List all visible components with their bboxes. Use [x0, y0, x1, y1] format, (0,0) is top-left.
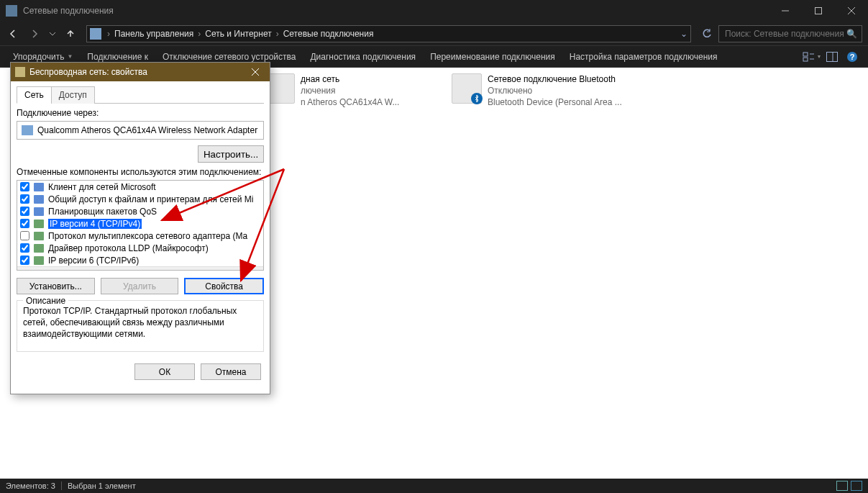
component-icon [34, 220, 44, 228]
component-icon [34, 183, 44, 191]
component-checkbox[interactable] [20, 219, 29, 228]
adapter-name: Qualcomm Atheros QCA61x4A Wireless Netwo… [37, 125, 257, 135]
chevron-down-icon: ▼ [67, 53, 73, 60]
search-icon: 🔍 [846, 29, 857, 39]
adapter-icon [22, 125, 33, 135]
component-icon [34, 232, 44, 240]
component-checkbox[interactable] [20, 255, 29, 265]
connection-name: Сетевое подключение Bluetooth [488, 73, 622, 85]
status-selected-count: Выбран 1 элемент [68, 481, 136, 490]
back-button[interactable] [3, 24, 23, 44]
toolbar-settings[interactable]: Настройка параметров подключения [562, 46, 725, 68]
minimize-button[interactable] [769, 0, 802, 22]
dialog-titlebar[interactable]: Беспроводная сеть: свойства [11, 63, 270, 81]
component-row[interactable]: Клиент для сетей Microsoft [17, 181, 263, 193]
forward-button[interactable] [24, 24, 45, 44]
cancel-button[interactable]: Отмена [201, 363, 261, 380]
breadcrumb-item[interactable]: Сетевые подключения [283, 29, 374, 39]
component-label: Клиент для сетей Microsoft [48, 182, 156, 192]
svg-rect-4 [803, 53, 808, 56]
component-row[interactable]: Общий доступ к файлам и принтерам для се… [17, 193, 263, 205]
component-checkbox[interactable] [20, 231, 29, 240]
network-adapter-icon [452, 73, 482, 104]
component-label: Планировщик пакетов QoS [48, 207, 157, 217]
connection-device: n Atheros QCA61x4A W... [301, 96, 399, 108]
component-checkbox[interactable] [20, 207, 29, 216]
dialog-title: Беспроводная сеть: свойства [29, 67, 245, 77]
component-icon [34, 207, 44, 216]
maximize-button[interactable] [802, 0, 835, 22]
component-checkbox[interactable] [20, 182, 29, 191]
connection-name: дная сеть [301, 73, 399, 85]
view-large-button[interactable] [851, 481, 862, 491]
scroll-left-icon[interactable]: ◄ [17, 267, 29, 271]
status-item-count: Элементов: 3 [6, 481, 55, 490]
location-icon [90, 28, 101, 40]
window-title: Сетевые подключения [23, 6, 769, 16]
connection-item[interactable]: Сетевое подключение Bluetooth Отключено … [452, 73, 624, 109]
svg-text:?: ? [850, 53, 855, 61]
connection-status: лючения [301, 85, 399, 96]
dialog-tabs: Сеть Доступ [17, 86, 264, 104]
install-button[interactable]: Установить... [17, 278, 95, 294]
view-details-button[interactable] [836, 481, 848, 491]
search-box[interactable]: 🔍 [718, 25, 862, 42]
remove-button: Удалить [101, 278, 179, 294]
svg-rect-1 [816, 8, 822, 14]
dialog-close-button[interactable] [245, 64, 265, 80]
statusbar: Элементов: 3 Выбран 1 элемент [0, 479, 868, 493]
refresh-button[interactable] [697, 24, 717, 44]
component-label: Драйвер протокола LLDP (Майкрософт) [48, 243, 209, 253]
component-row[interactable]: Планировщик пакетов QoS [17, 205, 263, 217]
ok-button[interactable]: ОК [134, 363, 195, 380]
help-button[interactable]: ? [842, 47, 862, 67]
svg-rect-5 [803, 58, 808, 61]
component-icon [34, 195, 44, 204]
history-dropdown[interactable] [46, 24, 59, 44]
tab-network[interactable]: Сеть [17, 86, 52, 104]
connection-status: Отключено [488, 85, 622, 96]
component-label: Общий доступ к файлам и принтерам для се… [48, 194, 253, 204]
toolbar-diagnose[interactable]: Диагностика подключения [303, 46, 423, 68]
configure-button[interactable]: Настроить... [198, 145, 264, 163]
view-options-button[interactable]: ▼ [802, 47, 822, 67]
properties-button[interactable]: Свойства [184, 278, 264, 294]
component-label: IP версии 4 (TCP/IPv4) [48, 219, 142, 229]
properties-dialog: Беспроводная сеть: свойства Сеть Доступ … [10, 62, 270, 394]
preview-pane-button[interactable] [822, 47, 842, 67]
component-row[interactable]: Протокол мультиплексора сетевого адаптер… [17, 230, 263, 242]
svg-rect-6 [827, 52, 838, 61]
component-row[interactable]: IP версии 4 (TCP/IPv4) [17, 217, 263, 230]
component-label: IP версии 6 (TCP/IPv6) [48, 255, 139, 266]
components-label: Отмеченные компоненты используются этим … [17, 167, 264, 177]
toolbar-rename[interactable]: Переименование подключения [423, 46, 562, 68]
description-label: Описание [23, 295, 68, 307]
chevron-right-icon: › [107, 29, 110, 39]
component-icon [34, 244, 44, 253]
tab-access[interactable]: Доступ [51, 86, 95, 104]
horizontal-scrollbar[interactable]: ◄ ► [17, 266, 263, 271]
component-checkbox[interactable] [20, 194, 29, 204]
component-label: Протокол мультиплексора сетевого адаптер… [48, 231, 247, 241]
breadcrumb-item[interactable]: Сеть и Интернет [205, 29, 271, 39]
description-box: Описание Протокол TCP/IP. Стандартный пр… [17, 300, 264, 352]
description-text: Протокол TCP/IP. Стандартный протокол гл… [23, 306, 237, 339]
navbar: › Панель управления › Сеть и Интернет › … [0, 22, 868, 46]
component-row[interactable]: IP версии 6 (TCP/IPv6) [17, 254, 263, 266]
chevron-down-icon: ▼ [817, 54, 822, 59]
chevron-right-icon: › [276, 29, 279, 39]
refresh-dropdown[interactable]: ⌄ [680, 29, 687, 39]
component-checkbox[interactable] [20, 243, 29, 253]
close-button[interactable] [835, 0, 868, 22]
connection-item[interactable]: дная сеть лючения n Atheros QCA61x4A W..… [265, 73, 437, 109]
components-list[interactable]: Клиент для сетей MicrosoftОбщий доступ к… [17, 180, 264, 271]
breadcrumb-item[interactable]: Панель управления [114, 29, 193, 39]
component-row[interactable]: Драйвер протокола LLDP (Майкрософт) [17, 242, 263, 254]
chevron-right-icon: › [198, 29, 201, 39]
breadcrumb[interactable]: › Панель управления › Сеть и Интернет › … [86, 25, 691, 42]
scroll-right-icon[interactable]: ► [252, 267, 263, 271]
app-icon [6, 5, 17, 17]
search-input[interactable] [723, 28, 846, 40]
wifi-icon [15, 67, 25, 77]
up-button[interactable] [60, 24, 81, 44]
